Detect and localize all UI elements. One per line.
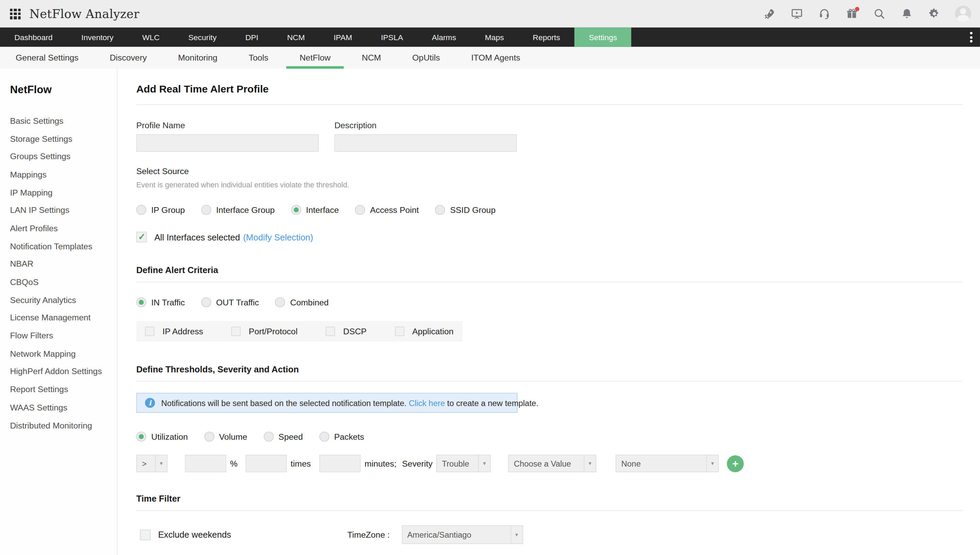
subtab-general-settings[interactable]: General Settings xyxy=(0,47,94,69)
tab-dpi[interactable]: DPI xyxy=(231,27,273,47)
sidebar-item-lan-ip-settings[interactable]: LAN IP Settings xyxy=(10,201,117,219)
tab-reports[interactable]: Reports xyxy=(518,27,574,47)
subtab-itom-agents[interactable]: ITOM Agents xyxy=(456,47,536,69)
tab-security[interactable]: Security xyxy=(174,27,231,47)
exclude-weekends-checkbox[interactable] xyxy=(140,529,150,540)
checkbox-ip-address[interactable]: IP Address xyxy=(145,327,203,336)
radio-combined-control[interactable] xyxy=(275,297,285,307)
all-interfaces-checkbox[interactable] xyxy=(136,232,147,242)
radio-speed[interactable]: Speed xyxy=(263,431,303,441)
app-launcher-icon[interactable] xyxy=(10,8,21,19)
tab-ipsla[interactable]: IPSLA xyxy=(366,27,418,47)
headset-icon[interactable] xyxy=(817,7,831,21)
click-here-link[interactable]: Click here xyxy=(409,398,445,408)
sidebar-item-nbar[interactable]: NBAR xyxy=(10,255,117,273)
demo-player-icon[interactable] xyxy=(790,7,803,21)
severity-dropdown[interactable]: Trouble xyxy=(436,455,491,472)
sidebar-item-cbqos[interactable]: CBQoS xyxy=(10,273,117,291)
radio-in-traffic[interactable]: IN Traffic xyxy=(136,297,185,307)
sidebar-item-distributed-monitoring[interactable]: Distributed Monitoring xyxy=(10,417,117,435)
tab-ncm[interactable]: NCM xyxy=(273,27,319,47)
minutes-input[interactable] xyxy=(320,455,361,472)
ip-address-checkbox[interactable] xyxy=(145,327,154,336)
threshold-value-input[interactable] xyxy=(185,455,226,472)
subtab-tools[interactable]: Tools xyxy=(233,47,284,69)
action-dropdown[interactable]: Choose a Value xyxy=(508,455,596,472)
tab-dashboard[interactable]: Dashboard xyxy=(0,27,67,47)
operator-dropdown[interactable]: > xyxy=(136,455,167,472)
radio-speed-control[interactable] xyxy=(263,431,273,441)
tab-settings[interactable]: Settings xyxy=(574,27,631,47)
sidebar-item-basic-settings[interactable]: Basic Settings xyxy=(10,112,117,130)
subtab-monitoring[interactable]: Monitoring xyxy=(162,47,233,69)
tab-inventory[interactable]: Inventory xyxy=(67,27,128,47)
sidebar-title: NetFlow xyxy=(10,83,117,96)
sidebar-item-groups-settings[interactable]: Groups Settings xyxy=(10,148,117,165)
radio-ip-group-control[interactable] xyxy=(136,205,146,215)
subtab-oputils[interactable]: OpUtils xyxy=(397,47,456,69)
dscp-checkbox[interactable] xyxy=(326,327,335,336)
add-threshold-button[interactable]: + xyxy=(727,455,744,472)
notification-info-box: Notifications will be sent based on the … xyxy=(136,393,517,413)
checkbox-application[interactable]: Application xyxy=(395,327,454,336)
radio-ssid-group-control[interactable] xyxy=(435,205,445,215)
radio-out-traffic-control[interactable] xyxy=(201,297,211,307)
subtab-netflow[interactable]: NetFlow xyxy=(284,47,346,69)
sidebar-item-mappings[interactable]: Mappings xyxy=(10,165,117,184)
radio-access-point[interactable]: Access Point xyxy=(355,205,419,215)
radio-packets[interactable]: Packets xyxy=(319,431,364,441)
sidebar-item-report-settings[interactable]: Report Settings xyxy=(10,380,117,399)
radio-volume-control[interactable] xyxy=(204,431,214,441)
main-content: Add Real Time Alert Profile Profile Name… xyxy=(117,69,980,555)
radio-out-traffic[interactable]: OUT Traffic xyxy=(201,297,259,307)
radio-utilization-control[interactable] xyxy=(136,431,146,441)
sidebar-item-ip-mapping[interactable]: IP Mapping xyxy=(10,184,117,202)
subtab-discovery[interactable]: Discovery xyxy=(94,47,163,69)
sidebar-item-notification-templates[interactable]: Notification Templates xyxy=(10,237,117,255)
checkbox-port-protocol[interactable]: Port/Protocol xyxy=(231,327,298,336)
radio-ip-group[interactable]: IP Group xyxy=(136,205,185,215)
modify-selection-link[interactable]: (Modify Selection) xyxy=(243,232,313,242)
bell-icon[interactable] xyxy=(900,7,913,21)
checkbox-dscp[interactable]: DSCP xyxy=(326,327,366,336)
severity-label: Severity xyxy=(402,459,433,468)
sidebar-item-network-mapping[interactable]: Network Mapping xyxy=(10,345,117,363)
radio-interface-control[interactable] xyxy=(291,205,301,215)
radio-volume[interactable]: Volume xyxy=(204,431,247,441)
times-input[interactable] xyxy=(246,455,287,472)
port-protocol-checkbox[interactable] xyxy=(231,327,241,336)
radio-interface-group-control[interactable] xyxy=(201,205,211,215)
timezone-dropdown[interactable]: America/Santiago xyxy=(402,525,523,544)
gift-icon[interactable] xyxy=(845,7,858,21)
radio-interface[interactable]: Interface xyxy=(291,205,339,215)
radio-combined[interactable]: Combined xyxy=(275,297,329,307)
tab-wlc[interactable]: WLC xyxy=(128,27,174,47)
gear-icon[interactable] xyxy=(928,7,941,21)
more-options-kebab-icon[interactable] xyxy=(962,27,980,47)
radio-in-traffic-control[interactable] xyxy=(136,297,146,307)
radio-utilization[interactable]: Utilization xyxy=(136,431,188,441)
sidebar-item-highperf-addon-settings[interactable]: HighPerf Addon Settings xyxy=(10,363,117,380)
subtab-ncm[interactable]: NCM xyxy=(346,47,397,69)
notification-template-dropdown[interactable]: None xyxy=(615,455,719,472)
sidebar-item-alert-profiles[interactable]: Alert Profiles xyxy=(10,219,117,237)
tab-alarms[interactable]: Alarms xyxy=(418,27,471,47)
radio-interface-group[interactable]: Interface Group xyxy=(201,205,275,215)
rocket-icon[interactable] xyxy=(763,7,776,21)
sidebar-item-storage-settings[interactable]: Storage Settings xyxy=(10,130,117,148)
description-input[interactable] xyxy=(334,134,517,152)
tab-ipam[interactable]: IPAM xyxy=(319,27,366,47)
user-avatar[interactable] xyxy=(955,6,971,22)
sidebar-item-license-management[interactable]: License Management xyxy=(10,309,117,327)
radio-packets-control[interactable] xyxy=(319,431,329,441)
radio-access-point-control[interactable] xyxy=(355,205,365,215)
application-checkbox[interactable] xyxy=(395,327,404,336)
port-protocol-label: Port/Protocol xyxy=(249,327,297,336)
sidebar-item-flow-filters[interactable]: Flow Filters xyxy=(10,327,117,345)
radio-ssid-group[interactable]: SSID Group xyxy=(435,205,496,215)
search-icon[interactable] xyxy=(872,7,886,21)
profile-name-input[interactable] xyxy=(136,134,318,152)
sidebar-item-security-analytics[interactable]: Security Analytics xyxy=(10,291,117,309)
tab-maps[interactable]: Maps xyxy=(471,27,519,47)
sidebar-item-waas-settings[interactable]: WAAS Settings xyxy=(10,399,117,417)
